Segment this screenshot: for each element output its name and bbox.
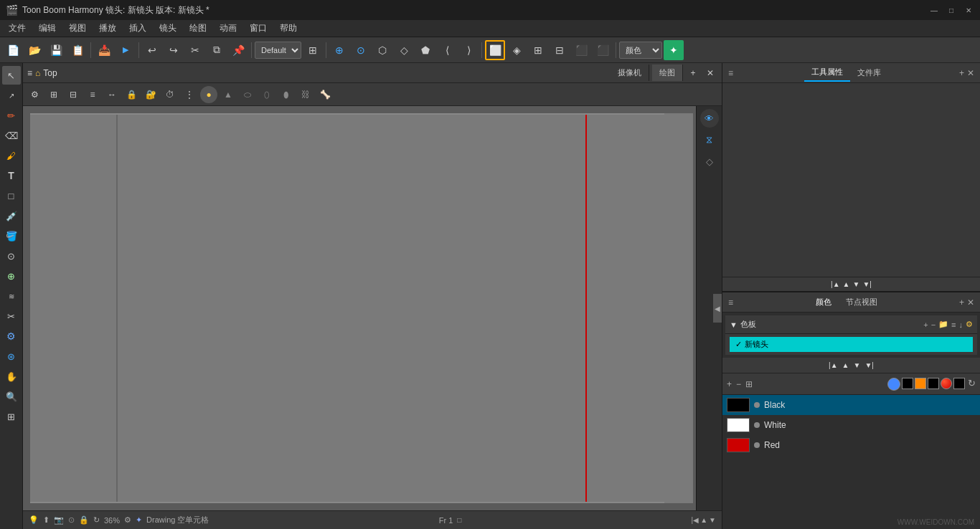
layer2-button[interactable]: ◇: [700, 152, 719, 171]
expand-icon[interactable]: ▼: [730, 320, 738, 329]
node-view-tab[interactable]: 节点视图: [840, 294, 883, 310]
group-button[interactable]: ⊞: [528, 40, 548, 60]
drawing-tab[interactable]: 绘图: [652, 65, 683, 81]
scene-button[interactable]: ⬡: [372, 40, 392, 60]
add-color-button[interactable]: +: [727, 379, 732, 389]
color-row-red[interactable]: Red: [722, 435, 980, 455]
tool-properties-tab[interactable]: 工具属性: [804, 64, 850, 82]
maximize-button[interactable]: □: [946, 4, 957, 16]
disc2-icon[interactable]: ⬯: [258, 86, 275, 103]
close-panel-button[interactable]: ✕: [967, 68, 974, 78]
save-button[interactable]: 💾: [46, 40, 66, 60]
menu-insert[interactable]: 插入: [123, 21, 152, 36]
open-file-button[interactable]: 📂: [24, 40, 44, 60]
import-button[interactable]: 📥: [94, 40, 114, 60]
crop-tool[interactable]: ✂: [2, 307, 21, 325]
view-cam-icon[interactable]: 📷: [54, 515, 64, 525]
add-color-panel-button[interactable]: +: [959, 297, 964, 308]
menu-edit[interactable]: 编辑: [33, 21, 62, 36]
export-button[interactable]: ▶: [116, 40, 136, 60]
quality-icon[interactable]: ⚙: [124, 515, 131, 525]
paste-button[interactable]: 📌: [228, 40, 248, 60]
disc-icon[interactable]: ⬭: [239, 86, 256, 103]
hand-tool[interactable]: ✋: [2, 367, 21, 386]
light-icon[interactable]: 💡: [29, 515, 39, 525]
scroll-bottom-icon[interactable]: ▼|: [864, 361, 874, 369]
scroll-up[interactable]: ▲: [843, 280, 850, 288]
circle-dot-icon[interactable]: ●: [200, 86, 217, 103]
cut-button[interactable]: ✂: [185, 40, 205, 60]
lock-icon[interactable]: 🔒: [123, 86, 140, 103]
color-tab[interactable]: 颜色: [810, 294, 837, 310]
scroll-left-icon[interactable]: |◀: [692, 516, 699, 524]
expand-button[interactable]: ◀: [713, 294, 722, 323]
menu-window[interactable]: 窗口: [244, 21, 273, 36]
smooth-button[interactable]: ⬛: [593, 40, 613, 60]
ungroup-button[interactable]: ⊟: [550, 40, 570, 60]
camera-tab[interactable]: 摄像机: [611, 65, 649, 81]
scroll-to-bottom[interactable]: ▼|: [862, 280, 872, 288]
refresh-icon[interactable]: ↻: [93, 515, 100, 525]
close-color-panel-button[interactable]: ✕: [967, 297, 974, 308]
bone-button[interactable]: ⟩: [458, 40, 479, 60]
rect-select-button[interactable]: ⬜: [485, 40, 505, 60]
lasso-tool[interactable]: ⊙: [2, 247, 21, 265]
onion-icon[interactable]: ⊙: [68, 515, 75, 525]
home-icon[interactable]: ⌂: [35, 68, 40, 78]
layer-button[interactable]: ⧖: [700, 130, 719, 149]
add-node-button[interactable]: ⊕: [329, 40, 349, 60]
redo-button[interactable]: ↪: [164, 40, 184, 60]
menu-scene[interactable]: 镜头: [154, 21, 182, 36]
bone-icon[interactable]: 🦴: [316, 86, 334, 103]
remove-color-button[interactable]: −: [736, 379, 741, 389]
keyframe-button[interactable]: ⟨: [437, 40, 457, 60]
black-swatch3[interactable]: [953, 378, 965, 389]
frame-nav-icon[interactable]: □: [457, 516, 461, 524]
eye-tool-button[interactable]: 👁: [700, 109, 719, 128]
view-dropdown[interactable]: Default: [255, 42, 301, 59]
panel-menu-icon[interactable]: ≡: [728, 68, 733, 78]
new-file-button[interactable]: 📄: [3, 40, 23, 60]
pen-tool[interactable]: ✏: [2, 106, 21, 125]
color-dropdown[interactable]: 颜色: [619, 42, 662, 59]
close-button[interactable]: ✕: [963, 4, 974, 16]
scroll-up-icon[interactable]: ▲: [842, 361, 849, 369]
scroll-down-icon[interactable]: ▼: [854, 361, 861, 369]
flip-h-icon[interactable]: ↔: [103, 86, 121, 103]
sub-select-tool[interactable]: ↗: [2, 86, 21, 105]
magnet-tool[interactable]: ⚙: [2, 327, 21, 345]
scroll-up-icon[interactable]: ▲: [700, 516, 707, 524]
color-row-white[interactable]: White: [722, 415, 980, 435]
onion-skin-icon[interactable]: ⊟: [65, 86, 82, 103]
view-options-button[interactable]: ⊞: [303, 40, 323, 60]
menu-file[interactable]: 文件: [3, 21, 32, 36]
bucket-tool[interactable]: 🪣: [2, 227, 21, 245]
menu-play[interactable]: 播放: [93, 21, 122, 36]
add-palette-button[interactable]: +: [923, 320, 928, 329]
menu-animate[interactable]: 动画: [214, 21, 242, 36]
scroll-top-icon[interactable]: |▲: [829, 361, 838, 369]
transform-tool[interactable]: ⊕: [2, 267, 21, 285]
flatten-button[interactable]: ⬛: [571, 40, 591, 60]
black-swatch[interactable]: [902, 378, 913, 389]
rect-tool[interactable]: □: [2, 186, 21, 205]
close-view-button[interactable]: ✕: [703, 66, 717, 80]
minimize-button[interactable]: —: [928, 4, 940, 16]
smooth-tool[interactable]: ≋: [2, 287, 21, 305]
remove-palette-button[interactable]: −: [931, 320, 936, 329]
disc3-icon[interactable]: ⬮: [278, 86, 295, 103]
refresh-button[interactable]: ⊙: [351, 40, 371, 60]
select-tool[interactable]: ↖: [2, 66, 21, 85]
dots-icon[interactable]: ⋮: [181, 86, 198, 103]
grid-tool[interactable]: ⊞: [2, 407, 21, 426]
select-options-button[interactable]: ◈: [507, 40, 527, 60]
color-row-black[interactable]: Black: [722, 395, 980, 415]
undo-button[interactable]: ↩: [142, 40, 162, 60]
settings-icon[interactable]: ⚙: [26, 86, 43, 103]
grid-icon[interactable]: ⊞: [45, 86, 62, 103]
orange-swatch[interactable]: [915, 378, 926, 389]
lock-status-icon[interactable]: 🔒: [79, 515, 89, 525]
hat-icon[interactable]: ▲: [220, 86, 237, 103]
folder-palette-button[interactable]: 📁: [938, 320, 948, 329]
scroll-down[interactable]: ▼: [853, 280, 860, 288]
